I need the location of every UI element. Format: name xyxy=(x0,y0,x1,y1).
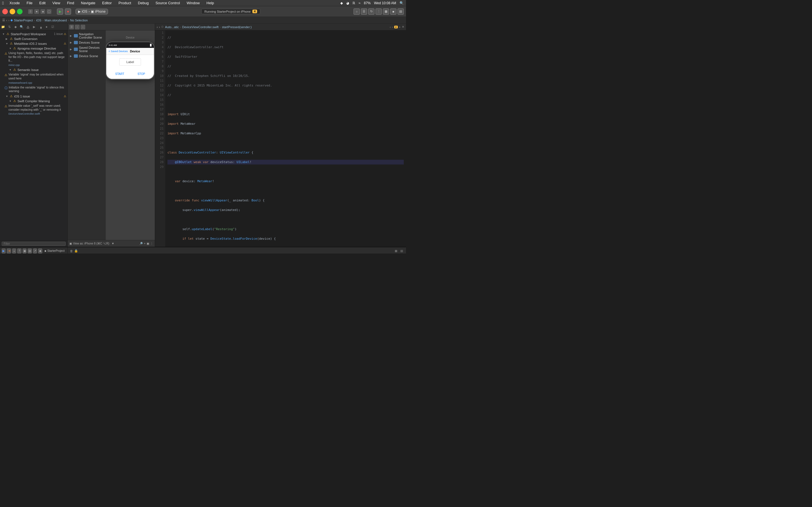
menu-help[interactable]: Help xyxy=(205,1,215,5)
debug-share-btn[interactable]: ↗ xyxy=(33,248,37,253)
nav-tab-find[interactable]: 🔍 xyxy=(18,24,25,30)
nav-tab-reports[interactable]: ☑ xyxy=(50,24,56,30)
nav-tab-debug[interactable]: ▗ xyxy=(37,24,43,30)
editor-breadcrumb-func[interactable]: startPressed(sender:) xyxy=(222,25,252,29)
scheme-selector[interactable]: ▶ iOS › ▣ iPhone xyxy=(75,9,108,14)
menu-product[interactable]: Product xyxy=(117,1,132,5)
breadcrumb-selection[interactable]: No Selection xyxy=(70,18,88,22)
sb-item-devices[interactable]: ▶ Devices Scene xyxy=(68,40,106,45)
menu-file[interactable]: File xyxy=(26,1,34,5)
sb-item-device[interactable]: ▶ Device Scene xyxy=(68,54,106,59)
device-stop-button[interactable]: STOP xyxy=(138,72,145,75)
device-back-button[interactable]: < Saved Devices xyxy=(109,50,128,53)
console-split-icon[interactable]: ▦ xyxy=(394,249,398,253)
close-button[interactable] xyxy=(2,9,8,14)
search-icon[interactable]: 🔍 xyxy=(400,1,404,5)
menu-editor[interactable]: Editor xyxy=(101,1,113,5)
footer-expand-icon[interactable]: ▼ xyxy=(112,242,114,245)
debug-toggle[interactable]: ■ xyxy=(35,9,39,14)
nav-item-swift-conversion[interactable]: ▶ ⚠ Swift Conversion xyxy=(0,36,67,41)
nav-tab-folder[interactable]: 📁 xyxy=(0,24,6,30)
console-trash-icon[interactable]: 🗑 xyxy=(70,249,73,252)
library-toggle[interactable]: ◯ xyxy=(47,9,51,14)
debug-simulate-2-btn[interactable]: ▤ xyxy=(28,248,32,253)
env-overrides-button[interactable]: ☰ xyxy=(361,8,367,15)
footer-more[interactable]: ⋮ xyxy=(150,242,153,245)
menu-edit[interactable]: Edit xyxy=(38,1,47,5)
debug-simulate-btn[interactable]: ▣ xyxy=(22,248,27,253)
breadcrumb-project[interactable]: StarterProject xyxy=(14,18,33,22)
nav-item-swift-compiler[interactable]: ▼ ⚠ Swift Compiler Warning xyxy=(0,99,67,103)
footer-fit[interactable]: ▣ xyxy=(147,242,149,245)
sb-toggle-btn[interactable]: ☰ xyxy=(69,25,74,29)
footer-zoom-in[interactable]: + xyxy=(144,242,146,245)
breadcrumb-forward[interactable]: › xyxy=(8,18,10,22)
debug-step-over-btn[interactable]: ⇥ xyxy=(7,248,11,253)
issue-self[interactable]: ⚠ Immutable value '_self' was never used… xyxy=(0,103,67,116)
nav-tab-issues[interactable]: △ xyxy=(25,24,31,30)
version-editor-button[interactable]: ▦ xyxy=(383,8,389,15)
breadcrumb-ios[interactable]: iOS xyxy=(36,18,41,22)
nav-tab-source-control[interactable]: ⇅ xyxy=(6,24,12,30)
issue-signal-fix[interactable]: ⓘ Initialize the variable 'signal' to si… xyxy=(0,85,67,94)
footer-zoom-out[interactable]: 🔎 xyxy=(139,242,143,245)
inspector-toggle[interactable]: ◆ xyxy=(41,9,45,14)
debug-inspect-btn[interactable]: ◆ xyxy=(38,248,42,253)
nav-item-ios[interactable]: ▼ ⚠ iOS 1 issue ⚠ xyxy=(0,94,67,99)
nav-tab-symbols[interactable]: ◆ xyxy=(12,24,18,30)
nav-tab-breakpoints[interactable]: ● xyxy=(43,24,50,30)
navigator-toggle[interactable]: ☰ xyxy=(28,9,33,14)
menu-xcode[interactable]: Xcode xyxy=(8,1,21,5)
breakpoints-button[interactable]: ○ xyxy=(354,8,360,15)
editor-nav-back[interactable]: ‹ xyxy=(390,25,391,29)
console-lock-icon[interactable]: 🔒 xyxy=(74,249,78,252)
editor-breadcrumb-forward[interactable]: › xyxy=(159,25,160,29)
ios-warning-badge: ⚠ xyxy=(64,95,66,98)
issue-signal[interactable]: ⚠ Variable 'signal' may be uninitialized… xyxy=(0,72,67,85)
menu-source-control[interactable]: Source Control xyxy=(154,1,181,5)
canvas-button[interactable]: ▤ xyxy=(398,8,404,15)
nav-item-semantic[interactable]: ▼ ⚠ Semantic Issue xyxy=(0,67,67,72)
footer-view-label: View as: iPhone 8 (⌘C ⌥R) xyxy=(73,242,109,245)
nav-item-metawear[interactable]: ▼ ⚠ MetaWear-iOS 2 issues ⚠ xyxy=(0,41,67,46)
debug-continue-btn[interactable]: ▶ xyxy=(2,248,6,253)
menu-find[interactable]: Find xyxy=(66,1,75,5)
run-button[interactable]: ▶ xyxy=(57,8,63,15)
maximize-button[interactable] xyxy=(17,9,22,14)
nav-tab-tests[interactable]: ▶ xyxy=(31,24,37,30)
editor-breadcrumb-file[interactable]: DeviceViewController.swift xyxy=(182,25,218,29)
editor-nav-forward[interactable]: › xyxy=(392,25,393,29)
device-start-button[interactable]: START xyxy=(115,72,124,75)
assistant-button[interactable]: ⋮ xyxy=(375,8,382,15)
debug-step-out-btn[interactable]: ⇡ xyxy=(17,248,21,253)
editor-breadcrumb-auto[interactable]: Auto...atic xyxy=(165,25,179,29)
menu-window[interactable]: Window xyxy=(186,1,201,5)
sb-item-saved-devices[interactable]: ▶ Saved Devices Scene xyxy=(68,45,106,54)
editor-breadcrumb-back[interactable]: ‹ xyxy=(157,25,158,29)
sb-prev-btn[interactable]: ‹ xyxy=(75,25,80,29)
stop-button[interactable]: ■ xyxy=(65,8,71,15)
minimize-button[interactable] xyxy=(10,9,15,14)
breadcrumb-storyboard[interactable]: Main.storyboard xyxy=(45,18,67,22)
nav-item-workspace[interactable]: ▼ ⚠ StarterProject Workspace 1 issue ⚠ xyxy=(0,32,67,36)
warning-badge[interactable]: 4 xyxy=(252,10,257,13)
simulate-button[interactable]: ↻ xyxy=(368,8,374,15)
menu-navigate[interactable]: Navigate xyxy=(80,1,96,5)
menu-debug[interactable]: Debug xyxy=(137,1,150,5)
minimap-button[interactable]: ■ xyxy=(390,8,396,15)
console-full-icon[interactable]: ▤ xyxy=(399,249,404,253)
menu-view[interactable]: View xyxy=(51,1,61,5)
sb-item-nav-controller[interactable]: ▶ Navigation Controller Scene xyxy=(68,32,106,40)
apple-menu[interactable]:  xyxy=(2,1,4,5)
code-content[interactable]: // // DeviceViewController.swift // Swif… xyxy=(165,31,406,247)
sb-next-btn[interactable]: › xyxy=(81,25,85,29)
navigator-filter-input[interactable] xyxy=(2,242,66,246)
editor-close-tab[interactable]: ✕ xyxy=(402,25,404,29)
issue-fopen[interactable]: ⚠ Using fopen, ftello, fseeko, stat() et… xyxy=(0,51,67,67)
editor-add-tab[interactable]: + xyxy=(399,25,401,29)
nav-item-pragma[interactable]: ▼ ⚠ #pragma message Directive xyxy=(0,46,67,51)
storyboard-panel: ☰ ‹ › ▶ Navigation Controller Scene ▶ De… xyxy=(68,24,155,247)
debug-step-in-btn[interactable]: ⇣ xyxy=(12,248,16,253)
breadcrumb-back[interactable]: ‹ xyxy=(6,18,7,22)
chevron-down-icon-4: ▼ xyxy=(9,68,12,71)
